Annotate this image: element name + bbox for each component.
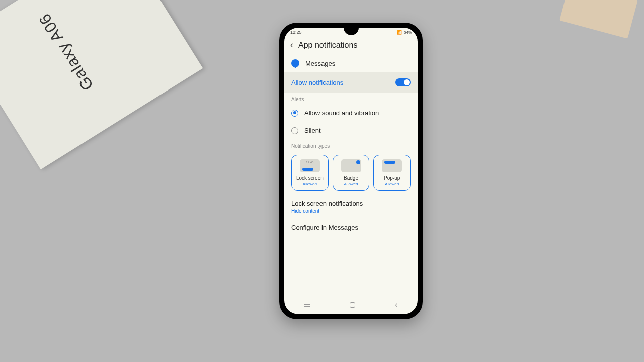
type-popup-card[interactable]: Pop-up Allowed xyxy=(373,155,411,191)
nav-recents-button[interactable] xyxy=(304,303,310,307)
type-badge-card[interactable]: Badge Allowed xyxy=(333,155,370,191)
app-info-row[interactable]: Messages xyxy=(284,54,418,72)
back-button[interactable]: ‹ xyxy=(290,40,293,50)
alert-sound-option[interactable]: Allow sound and vibration xyxy=(284,104,418,122)
popup-status: Allowed xyxy=(376,182,408,186)
wifi-icon: 📶 xyxy=(397,30,402,35)
alert-silent-label: Silent xyxy=(304,127,321,134)
allow-notifications-row[interactable]: Allow notifications xyxy=(284,72,418,93)
alert-silent-option[interactable]: Silent xyxy=(284,122,418,139)
lockscreen-preview-icon xyxy=(300,159,320,172)
popup-label: Pop-up xyxy=(376,175,408,181)
allow-notifications-label: Allow notifications xyxy=(291,79,343,86)
status-time: 12:25 xyxy=(290,30,302,35)
battery-text: 54% xyxy=(404,30,412,35)
allow-notifications-toggle[interactable] xyxy=(395,78,411,86)
alert-sound-label: Allow sound and vibration xyxy=(304,109,379,117)
lockscreen-status: Allowed xyxy=(294,182,326,186)
radio-unselected-icon xyxy=(291,127,298,134)
configure-title: Configure in Messages xyxy=(291,224,411,231)
badge-label: Badge xyxy=(335,175,367,181)
notification-type-cards: Lock screen Allowed Badge Allowed Pop-up… xyxy=(284,151,418,195)
wooden-clip xyxy=(559,0,638,39)
page-title: App notifications xyxy=(298,41,357,50)
lockscreen-notif-sub: Hide content xyxy=(291,208,411,214)
popup-preview-icon xyxy=(382,159,402,172)
app-name: Messages xyxy=(305,60,335,67)
phone-frame: 12:25 📶 54% ‹ App notifications Messages… xyxy=(279,23,423,319)
navigation-bar: ‹ xyxy=(284,295,418,314)
lockscreen-label: Lock screen xyxy=(294,175,326,181)
lockscreen-notif-title: Lock screen notifications xyxy=(291,200,411,207)
radio-selected-icon xyxy=(291,110,298,117)
product-box-label: Galaxy A06 xyxy=(35,10,97,94)
badge-status: Allowed xyxy=(335,182,367,186)
type-lockscreen-card[interactable]: Lock screen Allowed xyxy=(291,155,329,191)
header: ‹ App notifications xyxy=(284,36,418,54)
nav-home-button[interactable] xyxy=(350,302,355,308)
nav-back-button[interactable]: ‹ xyxy=(395,300,397,309)
product-box: Galaxy A06 xyxy=(0,0,203,169)
types-section-label: Notification types xyxy=(284,139,418,151)
configure-in-app-row[interactable]: Configure in Messages xyxy=(284,219,418,236)
messages-icon xyxy=(291,59,299,67)
badge-preview-icon xyxy=(341,159,361,172)
alerts-section-label: Alerts xyxy=(284,93,418,104)
lockscreen-notifications-row[interactable]: Lock screen notifications Hide content xyxy=(284,195,418,219)
phone-screen: 12:25 📶 54% ‹ App notifications Messages… xyxy=(284,28,418,314)
status-indicators: 📶 54% xyxy=(397,30,412,35)
